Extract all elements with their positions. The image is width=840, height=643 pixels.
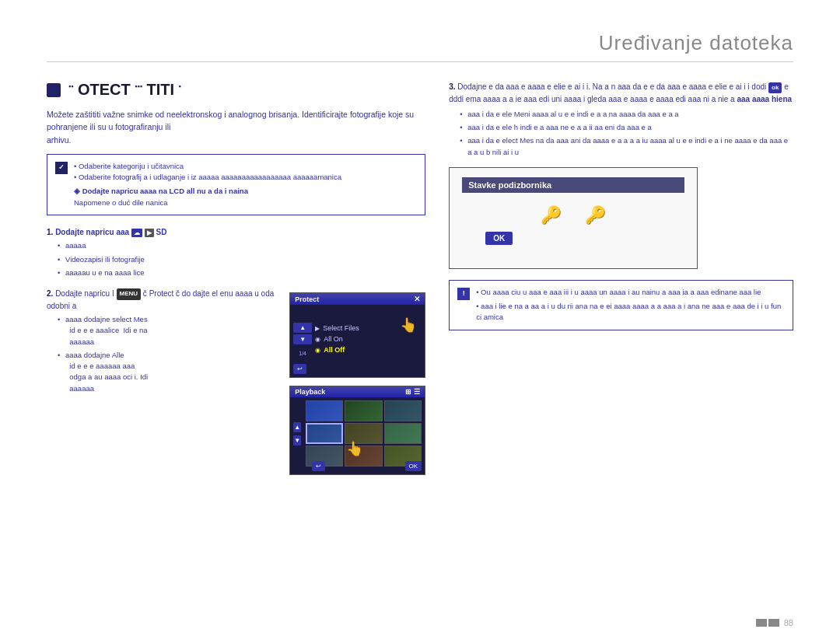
step3-text: Dodajne e da aaa e aaaa e elie e ai i i.…: [449, 82, 792, 103]
thumb-6[interactable]: [384, 423, 422, 444]
note-item-1: • Odaberite kategoriju i učitavnica: [74, 161, 341, 172]
panel-protect: Protect ✕ ▲ ▼ 1/4: [289, 292, 425, 378]
nav-spacer: 1/4: [293, 351, 312, 356]
step-3: 3. Dodajne e da aaa e aaaa e elie e ai i…: [449, 81, 793, 158]
intro-line1: Možete zaštititi važne snimke od neelekt…: [47, 110, 414, 131]
step3-sub3: aaa i da e elect Mes na da aaa ani da aa…: [460, 135, 793, 158]
panel2-icon1: ⊞: [405, 388, 411, 396]
section-title-text: ▪▪ OTECT ▪▪▪ TITI ▪: [68, 81, 181, 99]
step2-text-area: 2. Dodajte napricu I MENU č Protect č do…: [47, 288, 278, 404]
nav-up[interactable]: ▲: [293, 323, 312, 333]
panel2-arrows: ▲ ▼: [293, 400, 301, 467]
menu-icon-select: ▶: [315, 325, 320, 332]
thumb-2[interactable]: [345, 400, 382, 421]
step2-sub-select: aaaa dodajne select Mes id e e e aaalice…: [58, 314, 278, 348]
page-num-text: 88: [784, 618, 793, 627]
note-box: ✓ • Odaberite kategoriju i učitavnica • …: [47, 154, 425, 215]
warning-note: ! • Ou aaaa ciu u aaa e aaa iii i u aaaa…: [449, 280, 793, 330]
panel1-content: ▲ ▼ 1/4 ▶ Select Files: [290, 305, 425, 373]
step1-sub1: aaaaa: [58, 240, 425, 251]
panel2-nav-up[interactable]: ▲: [293, 422, 301, 432]
page-container: Uređivanje datoteka ▪▪ OTECT ▪▪▪ TITI ▪ …: [0, 0, 840, 643]
thumb-4[interactable]: [306, 423, 343, 444]
thumb-1[interactable]: [306, 400, 343, 421]
section-title: ▪▪ OTECT ▪▪▪ TITI ▪: [47, 81, 425, 99]
page-header: Uređivanje datoteka: [47, 31, 793, 62]
step3-number: 3.: [449, 82, 455, 91]
note-item-2: • Odaberite fotografij a i udlaganje i i…: [74, 172, 341, 183]
step1-subs: aaaaa Videozapisi ili fotografije aaaaau…: [58, 240, 425, 278]
step2-subs: aaaa dodajne select Mes id e e e aaalice…: [58, 314, 278, 394]
panel1-title: Protect: [295, 295, 319, 303]
step1-number: 1.: [47, 228, 53, 236]
page-title: Uređivanje datoteka: [599, 31, 793, 54]
menu-item-alloff: ◉ All Off: [315, 346, 422, 354]
panel2-titlebar: Playback ⊞ ☰: [290, 386, 425, 397]
thumbnails-grid: [306, 400, 422, 467]
ok-button-row: OK: [485, 232, 684, 245]
page-number-area: 88: [756, 618, 793, 627]
key-icon-2: 🔑: [585, 205, 606, 225]
panel1-back-btn[interactable]: ↩: [293, 364, 306, 374]
screenshot-panels: Protect ✕ ▲ ▼ 1/4: [289, 292, 425, 475]
panel2-content: ▲ ▼: [290, 397, 425, 470]
panel2-icons: ⊞ ☰: [405, 388, 420, 396]
step1-sub3: aaaaau u e na aaaa lice: [58, 267, 425, 278]
thumb-5[interactable]: [345, 423, 382, 444]
note-item-3: ◈ Dodajte napricu aaaa na LCD all nu a d…: [74, 186, 341, 197]
panel2-ok-btn[interactable]: OK: [405, 461, 422, 471]
submenu-title: Stavke podizbornika: [462, 177, 684, 193]
note-icon: ✓: [55, 162, 68, 174]
menu-label-select: Select Files: [323, 324, 359, 332]
thumb-3[interactable]: [384, 400, 422, 421]
step2-area: 2. Dodajte napricu I MENU č Protect č do…: [47, 288, 425, 475]
step2-number: 2.: [47, 289, 53, 298]
panel1-menu-items: ▶ Select Files ◉ All On ◉ All Off: [315, 308, 422, 370]
step-2: 2. Dodajte napricu I MENU č Protect č do…: [47, 288, 278, 394]
panel1-titlebar: Protect ✕: [290, 293, 425, 305]
page-num-blocks: [756, 619, 779, 627]
warning-line1: • Ou aaaa ciu u aaa e aaa iii i u aaaa u…: [476, 287, 785, 298]
menu-item-allon: ◉ All On: [315, 335, 422, 343]
thumb-8[interactable]: [345, 446, 382, 467]
menu-item-select: ▶ Select Files: [315, 324, 422, 332]
warning-icon: !: [457, 288, 470, 300]
panel1-close: ✕: [414, 295, 420, 303]
panel2-title: Playback: [295, 388, 325, 396]
step1-sub2: Videozapisi ili fotografije: [58, 254, 425, 265]
right-column: 3. Dodajne e da aaa e aaaa e elie e ai i…: [449, 81, 793, 475]
menu-label-alloff: All Off: [324, 346, 345, 354]
pn-block-2: [768, 619, 779, 627]
menu-label-allon: All On: [324, 335, 343, 343]
note-content: • Odaberite kategoriju i učitavnica • Od…: [74, 161, 341, 208]
submenu-box: Stavke podizbornika 🔑 🔑 OK: [449, 167, 698, 269]
intro-text: Možete zaštititi važne snimke od neelekt…: [47, 108, 425, 146]
step3-sub1: aaa i da e ele Meni aaaa al u e e indi e…: [460, 109, 793, 120]
key-icon-1: 🔑: [541, 205, 562, 225]
panel2-back-btn[interactable]: ↩: [312, 461, 325, 471]
panel2-nav: ▲ ▼: [293, 400, 422, 467]
left-column: ▪▪ OTECT ▪▪▪ TITI ▪ Možete zaštititi važ…: [47, 81, 425, 475]
submenu-key-row: 🔑 🔑: [462, 205, 684, 225]
step2-text: Dodajte napricu I MENU č Protect č do da…: [47, 289, 274, 310]
panel2-icon2: ☰: [414, 388, 420, 396]
submenu-ok-btn[interactable]: OK: [485, 232, 513, 245]
panel-playback: Playback ⊞ ☰ ▲ ▼: [289, 386, 425, 475]
panel2-nav-down[interactable]: ▼: [293, 435, 301, 446]
menu-icon-allon: ◉: [315, 336, 320, 343]
note-item-4: Napomene o duć dile nanica: [74, 197, 341, 208]
nav-down[interactable]: ▼: [293, 334, 312, 344]
step3-subs: aaa i da e ele Meni aaaa al u e e indi e…: [460, 109, 793, 158]
pn-block-1: [756, 619, 767, 627]
menu-label: MENU: [117, 288, 142, 299]
step1-text: Dodajte napricu aaa ☁ ▶ SD: [55, 228, 166, 236]
step-1: 1. Dodajte napricu aaa ☁ ▶ SD aaaaa Vide…: [47, 226, 425, 278]
menu-icon-alloff: ◉: [315, 347, 320, 354]
warning-line2: • aaa i lie e na a aa a i u du rii ana n…: [476, 301, 785, 323]
warning-content: • Ou aaaa ciu u aaa e aaa iii i u aaaa u…: [476, 287, 785, 323]
step3-sub2: aaa i da e ele h indi e a aaa ne e a a i…: [460, 122, 793, 133]
intro-line2: arhivu.: [47, 135, 72, 145]
step2-sub-all: aaaa dodajne Alle id e e e aaaaaa aaa od…: [58, 350, 278, 394]
panel1-nav: ▲ ▼ 1/4: [293, 308, 312, 370]
protect-icon: [47, 83, 61, 97]
